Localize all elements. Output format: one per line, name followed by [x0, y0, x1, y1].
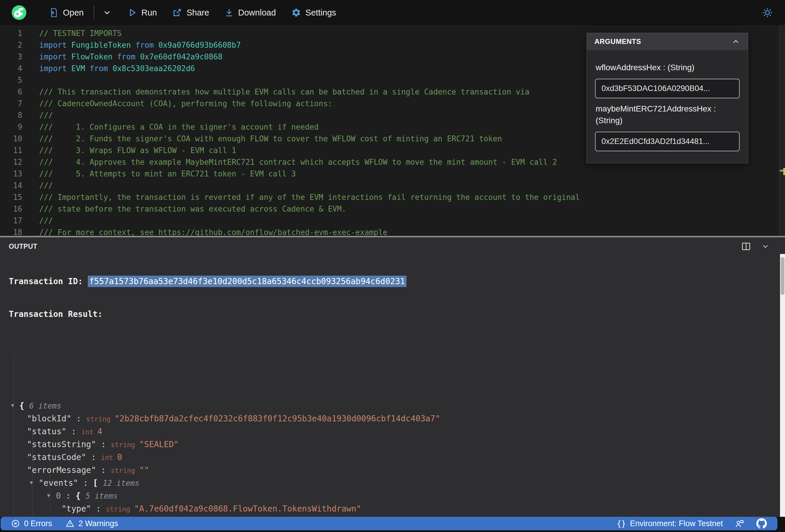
theme-toggle-button[interactable]: [762, 7, 773, 19]
line-number: 7: [0, 98, 22, 109]
json-tree-row: "type" : string "A.7e60df042a9c0868.Flow…: [0, 503, 785, 515]
code-line: 18/// For more context, see https://gith…: [0, 227, 785, 236]
argument-label-maybemint: maybeMintERC721AddressHex : (String): [596, 103, 739, 126]
json-tree-row: "status" : int 4: [0, 425, 785, 438]
code-link[interactable]: https://github.com/onflow/batched-evm-ex…: [158, 228, 387, 236]
json-tree-row: "statusString" : string "SEALED": [0, 438, 785, 451]
line-number: 6: [0, 86, 22, 98]
error-icon: [11, 519, 20, 528]
chevron-down-icon: [102, 8, 112, 17]
editor-overview-ruler[interactable]: [779, 25, 785, 236]
share-button[interactable]: Share: [172, 8, 209, 18]
line-number: 5: [0, 74, 22, 86]
line-number: 18: [0, 227, 22, 236]
feedback-icon: [735, 518, 744, 529]
toolbar-separator: [94, 6, 94, 19]
braces-icon: {}: [617, 519, 626, 528]
download-button[interactable]: Download: [225, 8, 276, 18]
transaction-id-value: f557a1573b76aa53e73d46f3e10d200d5c18a653…: [88, 276, 407, 287]
arguments-body: wflowAddressHex : (String) maybeMintERC7…: [587, 50, 748, 163]
github-icon: [756, 518, 767, 529]
transaction-id-label: Transaction ID:: [9, 277, 88, 286]
arguments-header[interactable]: ARGUMENTS: [587, 33, 748, 50]
split-panel-button[interactable]: [742, 242, 751, 251]
settings-button[interactable]: Settings: [291, 8, 336, 18]
output-header: OUTPUT: [0, 237, 785, 251]
chevron-up-icon[interactable]: [731, 37, 740, 46]
code-line: 17///: [0, 215, 785, 227]
environment-label: Environment: Flow Testnet: [630, 519, 723, 528]
open-button[interactable]: Open: [49, 7, 84, 18]
argument-input-wflow[interactable]: [595, 79, 740, 98]
line-number: 1: [0, 27, 22, 39]
github-button[interactable]: [756, 518, 767, 529]
sun-icon: [762, 7, 773, 19]
split-panel-icon: [742, 242, 751, 251]
line-number: 13: [0, 168, 22, 180]
argument-label-wflow: wflowAddressHex : (String): [596, 62, 739, 73]
json-tree-row: ▼0 : { 5 items: [0, 489, 785, 503]
json-tree-row: "blockId" : string "2b28cbfb87da2cfec4f0…: [0, 412, 785, 425]
transaction-id-line: Transaction ID: f557a1573b76aa53e73d46f3…: [9, 275, 785, 288]
feedback-button[interactable]: [735, 518, 744, 529]
line-number: 14: [0, 180, 22, 192]
run-label: Run: [142, 8, 157, 18]
json-tree-row: "errorMessage" : string "": [0, 464, 785, 477]
line-number: 17: [0, 215, 22, 227]
code-line: 16/// state before the transaction was e…: [0, 203, 785, 215]
transaction-result-label: Transaction Result:: [9, 308, 785, 321]
code-line: 15/// Importantly, the transaction is re…: [0, 192, 785, 203]
line-number: 4: [0, 62, 22, 74]
line-number: 12: [0, 156, 22, 168]
line-number: 15: [0, 192, 22, 203]
flow-runner-app: Open Run Share Download: [0, 0, 785, 532]
warning-marker: [783, 168, 785, 175]
line-number: 2: [0, 39, 22, 51]
status-bar: 0 Errors 2 Warnings {} Environment: Flow…: [1, 517, 777, 530]
output-scrollbar-thumb[interactable]: [781, 257, 784, 295]
line-number: 16: [0, 203, 22, 215]
json-tree-row: ▼"events" : [ 12 items: [0, 477, 785, 489]
environment-status[interactable]: {} Environment: Flow Testnet: [617, 519, 723, 528]
output-body: Transaction ID: f557a1573b76aa53e73d46f3…: [0, 251, 785, 517]
toolbar: Open Run Share Download: [0, 0, 785, 25]
flow-logo[interactable]: [12, 5, 26, 20]
download-icon: [225, 8, 234, 17]
line-number: 9: [0, 121, 22, 133]
json-tree: ▼{ 6 items"blockId" : string "2b28cbfb87…: [0, 341, 785, 517]
code-line: 14///: [0, 180, 785, 192]
arguments-panel: ARGUMENTS wflowAddressHex : (String) may…: [587, 33, 748, 163]
collapse-toggle-icon[interactable]: ▼: [30, 476, 33, 489]
share-icon: [172, 8, 182, 18]
chevron-down-icon: [761, 242, 770, 251]
arguments-title: ARGUMENTS: [594, 37, 641, 46]
output-panel: OUTPUT Transaction ID: f557a1573b76aa53e…: [0, 237, 785, 517]
errors-label: 0 Errors: [24, 519, 52, 528]
line-number: 11: [0, 145, 22, 156]
open-file-icon: [49, 7, 58, 18]
json-tree-row: ▼{ 6 items: [0, 400, 785, 412]
warnings-label: 2 Warnings: [78, 519, 118, 528]
share-label: Share: [186, 8, 209, 18]
code-line: 13/// 5. Attempts to mint an ERC721 toke…: [0, 168, 785, 180]
download-label: Download: [238, 8, 276, 18]
open-label: Open: [63, 8, 84, 18]
warnings-status[interactable]: 2 Warnings: [66, 519, 118, 528]
output-scrollbar-track[interactable]: [780, 254, 785, 532]
settings-label: Settings: [306, 8, 336, 18]
collapse-toggle-icon[interactable]: ▼: [47, 489, 50, 502]
gear-icon: [291, 8, 301, 18]
open-menu-button[interactable]: [102, 8, 112, 17]
argument-input-maybemint[interactable]: [595, 132, 740, 151]
collapse-output-button[interactable]: [761, 242, 770, 251]
run-icon: [128, 8, 137, 17]
line-number: 8: [0, 109, 22, 121]
json-tree-row: "statusCode" : int 0: [0, 451, 785, 464]
warning-icon: [66, 519, 74, 528]
collapse-toggle-icon[interactable]: ▼: [11, 399, 14, 412]
line-number: 3: [0, 51, 22, 62]
output-title: OUTPUT: [9, 243, 37, 251]
errors-status[interactable]: 0 Errors: [11, 519, 52, 528]
run-button[interactable]: Run: [128, 8, 157, 18]
line-number: 10: [0, 133, 22, 145]
